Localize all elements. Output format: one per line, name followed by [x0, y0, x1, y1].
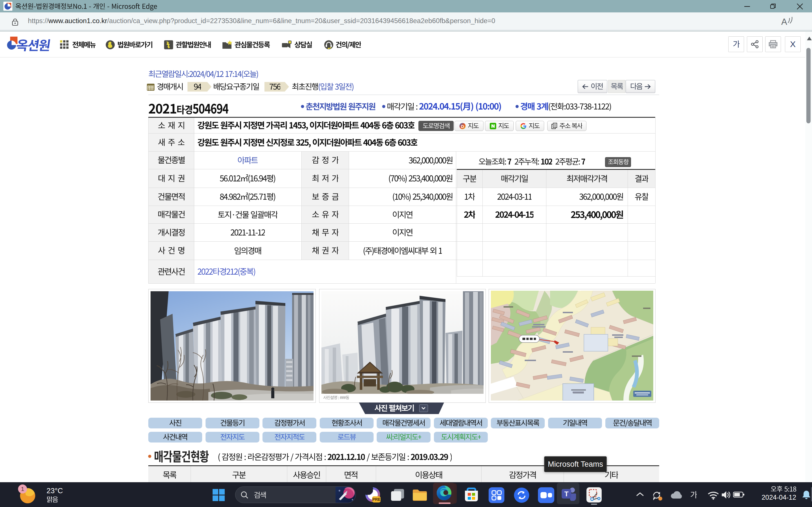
svg-text:PRE: PRE: [372, 497, 380, 502]
svg-text:T: T: [564, 490, 569, 498]
svg-text:1: 1: [21, 486, 24, 492]
svg-text:D: D: [461, 124, 464, 128]
